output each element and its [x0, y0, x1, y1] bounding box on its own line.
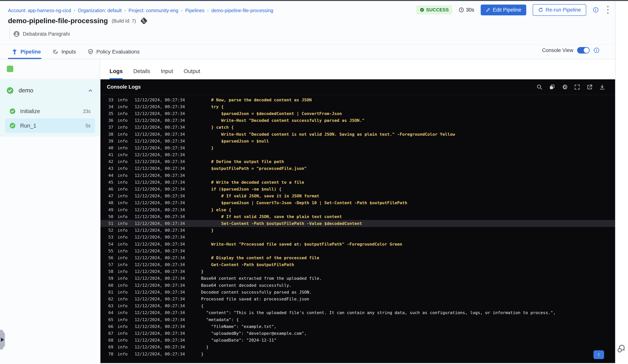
log-row[interactable]: 39 info 12/12/2024, 00:27:34 $parsedJson… — [100, 138, 615, 145]
log-row[interactable]: 42 info 12/12/2024, 00:27:34 # Define th… — [100, 158, 615, 165]
log-row[interactable]: 58 info 12/12/2024, 00:27:34 } — [100, 268, 615, 275]
log-text: $parsedJson | ConvertTo-Json -Depth 10 |… — [201, 200, 407, 205]
log-row[interactable]: 52 info 12/12/2024, 00:27:34 } — [100, 227, 615, 234]
log-row[interactable]: 57 info 12/12/2024, 00:27:34 Get-Content… — [100, 261, 615, 268]
divider — [9, 28, 10, 40]
log-row[interactable]: 35 info 12/12/2024, 00:27:34 $parsedJson… — [100, 110, 615, 117]
log-row[interactable]: 34 info 12/12/2024, 00:27:34 try { — [100, 103, 615, 110]
chat-support-icon[interactable] — [617, 344, 627, 353]
tab-pipeline[interactable]: Pipeline — [11, 45, 41, 59]
console-view-toggle[interactable] — [577, 47, 590, 54]
log-row[interactable]: 43 info 12/12/2024, 00:27:34 $outputFile… — [100, 165, 615, 172]
more-options-menu[interactable] — [605, 5, 611, 15]
log-line-number: 61 — [107, 290, 113, 294]
console-log-body[interactable]: 33 info 12/12/2024, 00:27:34 # Now, pars… — [100, 95, 615, 363]
log-timestamp: 12/12/2024, 00:27:34 — [135, 194, 185, 198]
log-row[interactable]: 55 info 12/12/2024, 00:27:34 — [100, 247, 615, 254]
tab-policy-evaluations[interactable]: Policy Evaluations — [87, 45, 140, 59]
stage-header-demo[interactable]: demo — [0, 79, 100, 102]
log-row[interactable]: 68 info 12/12/2024, 00:27:34 "uploadDate… — [100, 337, 615, 344]
breadcrumb-item[interactable]: Pipelines › — [185, 8, 211, 13]
log-level: info — [118, 132, 128, 137]
log-line-number: 69 — [107, 345, 113, 349]
log-row[interactable]: 66 info 12/12/2024, 00:27:34 "fileName":… — [100, 323, 615, 330]
active-tab-underline — [8, 58, 41, 59]
log-row[interactable]: 70 info 12/12/2024, 00:27:34 } — [100, 351, 615, 357]
log-line-number: 46 — [107, 187, 113, 192]
log-row[interactable]: 69 info 12/12/2024, 00:27:34 } — [100, 344, 615, 351]
log-line-number: 60 — [107, 283, 113, 288]
tab-logs[interactable]: Logs — [110, 68, 123, 79]
log-row[interactable]: 46 info 12/12/2024, 00:27:34 if ($parsed… — [100, 186, 615, 192]
step-row[interactable]: Initialize 23s — [5, 104, 95, 118]
breadcrumb-item[interactable]: Project: community-eng › — [129, 8, 185, 13]
chevron-right-icon: › — [181, 8, 182, 13]
log-row[interactable]: 63 info 12/12/2024, 00:27:34 { — [100, 302, 615, 309]
log-row[interactable]: 65 info 12/12/2024, 00:27:34 "metadata":… — [100, 316, 615, 323]
step-row[interactable]: Run_1 5s — [5, 118, 95, 133]
tab-output[interactable]: Output — [184, 68, 200, 79]
log-line-number: 50 — [107, 214, 113, 219]
log-line-number: 62 — [107, 297, 113, 301]
log-row[interactable]: 59 info 12/12/2024, 00:27:34 Base64 cont… — [100, 275, 615, 282]
log-row[interactable]: 36 info 12/12/2024, 00:27:34 Write-Host … — [100, 117, 615, 124]
log-row[interactable]: 49 info 12/12/2024, 00:27:34 } else { — [100, 206, 615, 213]
log-level: info — [118, 146, 128, 150]
breadcrumb-link[interactable]: Organization: default — [78, 8, 122, 13]
chevron-up-icon[interactable] — [87, 88, 93, 93]
log-row[interactable]: 37 info 12/12/2024, 00:27:34 } catch { — [100, 124, 615, 131]
log-row[interactable]: 45 info 12/12/2024, 00:27:34 # Write the… — [100, 179, 615, 186]
log-level: info — [118, 200, 128, 205]
log-row[interactable]: 40 info 12/12/2024, 00:27:34 } — [100, 145, 615, 151]
breadcrumb-link[interactable]: Project: community-eng — [129, 8, 178, 13]
log-row[interactable]: 41 info 12/12/2024, 00:27:34 — [100, 151, 615, 158]
log-level: info — [118, 262, 128, 267]
copy-icon[interactable] — [549, 84, 555, 90]
log-row[interactable]: 64 info 12/12/2024, 00:27:34 "content": … — [100, 309, 615, 316]
log-row[interactable]: 53 info 12/12/2024, 00:27:34 — [100, 234, 615, 241]
log-row[interactable]: 54 info 12/12/2024, 00:27:34 Write-Host … — [100, 241, 615, 247]
gear-icon[interactable] — [561, 84, 568, 90]
step-name: Initialize — [20, 108, 83, 114]
tab-input[interactable]: Input — [161, 68, 173, 79]
breadcrumb-item[interactable]: Organization: default › — [78, 8, 129, 13]
breadcrumb-item[interactable]: Account: app-harness-ng-cicd › — [8, 8, 78, 13]
stage-status-square[interactable] — [7, 66, 13, 72]
log-text: $parsedJson = $null — [201, 139, 269, 144]
log-timestamp: 12/12/2024, 00:27:34 — [135, 255, 185, 260]
breadcrumb-item[interactable]: demo-pipeline-file-processing › — [211, 8, 273, 13]
edit-pipeline-button[interactable]: Edit Pipeline — [481, 4, 526, 15]
step-list: Initialize 23s Run_1 5s — [0, 104, 100, 133]
log-row[interactable]: 44 info 12/12/2024, 00:27:34 — [100, 172, 615, 179]
breadcrumb-link[interactable]: Account: app-harness-ng-cicd — [8, 8, 71, 13]
log-row[interactable]: 51 info 12/12/2024, 00:27:34 Set-Content… — [100, 220, 615, 227]
tab-inputs[interactable]: Inputs — [52, 45, 76, 59]
triangle-right-icon — [1, 338, 4, 342]
fullscreen-icon[interactable] — [574, 84, 581, 90]
search-icon[interactable] — [536, 84, 543, 90]
expand-panel-handle[interactable] — [0, 330, 5, 350]
log-row[interactable]: 38 info 12/12/2024, 00:27:34 Write-Host … — [100, 131, 615, 138]
log-row[interactable]: 47 info 12/12/2024, 00:27:34 # If valid … — [100, 193, 615, 200]
log-row[interactable]: 56 info 12/12/2024, 00:27:34 # Display t… — [100, 254, 615, 261]
log-row[interactable]: 48 info 12/12/2024, 00:27:34 $parsedJson… — [100, 200, 615, 206]
log-row[interactable]: 67 info 12/12/2024, 00:27:34 "uploadedBy… — [100, 330, 615, 337]
download-icon[interactable] — [599, 84, 606, 90]
log-row[interactable]: 60 info 12/12/2024, 00:27:34 Base64 cont… — [100, 282, 615, 289]
log-row[interactable]: 33 info 12/12/2024, 00:27:34 # Now, pars… — [100, 96, 615, 103]
console-title: Console Logs — [107, 84, 536, 90]
tab-details[interactable]: Details — [133, 68, 150, 79]
open-in-new-icon[interactable] — [586, 84, 593, 90]
log-timestamp: 12/12/2024, 00:27:34 — [135, 166, 185, 171]
breadcrumb-link[interactable]: Pipelines — [185, 8, 204, 13]
log-line-number: 63 — [107, 303, 113, 308]
log-line-number: 38 — [107, 132, 113, 137]
log-row[interactable]: 50 info 12/12/2024, 00:27:34 # If not va… — [100, 213, 615, 220]
scroll-to-top-button[interactable]: ↑ — [593, 350, 604, 359]
breadcrumb-link[interactable]: demo-pipeline-file-processing — [211, 8, 273, 13]
info-icon[interactable] — [593, 7, 599, 13]
rerun-pipeline-button[interactable]: Re-run Pipeline — [533, 4, 586, 16]
info-icon[interactable] — [593, 47, 600, 53]
log-row[interactable]: 61 info 12/12/2024, 00:27:34 Decoded con… — [100, 289, 615, 295]
log-row[interactable]: 62 info 12/12/2024, 00:27:34 Processed f… — [100, 295, 615, 302]
